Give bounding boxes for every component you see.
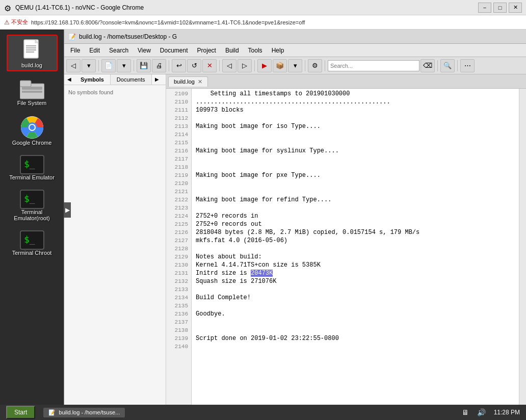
line-number: 2124 (169, 212, 188, 220)
line-number: 2109 (169, 90, 188, 98)
close-button[interactable]: ✕ (509, 3, 522, 13)
toolbar-sep-4 (219, 60, 220, 71)
security-warning: ⚠ 不安全 (4, 18, 28, 26)
chrome-icon (20, 115, 44, 140)
line-number: 2118 (169, 163, 188, 171)
maximize-button[interactable]: □ (493, 3, 507, 13)
toolbar-back-btn[interactable]: ◁ (66, 59, 81, 72)
sidebar-arrow-left[interactable]: ◀ (64, 74, 74, 85)
line-number: 2135 (169, 302, 188, 310)
toolbar-print-btn[interactable]: 🖨 (152, 59, 166, 72)
menu-search[interactable]: Search (105, 46, 133, 55)
menu-edit[interactable]: Edit (85, 46, 104, 55)
line-number: 2112 (169, 114, 188, 122)
line-number: 2139 (169, 334, 188, 343)
toolbar-save-btn[interactable]: 💾 (137, 59, 151, 72)
line-number: 2115 (169, 139, 188, 147)
toolbar-plugin-btn[interactable]: 📦 (273, 59, 287, 72)
status-tab-label: build.log - /home/tsuse... (59, 409, 120, 415)
code-line: mkfs.fat 4.0 (2016-05-06) (196, 237, 515, 245)
code-line (196, 130, 515, 139)
toolbar-sep-1 (98, 60, 99, 71)
code-line (196, 285, 515, 294)
line-number: 2125 (169, 220, 188, 228)
code-content: Setting all timestamps to 201901030000..… (192, 89, 519, 405)
desktop-icon-terminal-root[interactable]: $_ Terminal Emulator(root) (7, 188, 58, 223)
line-number: 2117 (169, 155, 188, 163)
toolbar-undo-btn[interactable]: ↩ (172, 59, 186, 72)
toolbar-new-btn[interactable]: 📄 (101, 59, 116, 72)
document-tab[interactable]: build.log ✕ (168, 76, 208, 87)
code-line: Making boot image for iso Type.... (196, 122, 515, 130)
minimize-button[interactable]: − (478, 3, 491, 13)
toolbar-sep-3 (169, 60, 169, 71)
toolbar-open-dropdown-btn[interactable]: ▾ (117, 59, 131, 72)
menu-view[interactable]: View (134, 46, 155, 55)
desktop-icon-label: build.log (21, 62, 42, 68)
toolbar-extra-btn[interactable]: ⋯ (460, 59, 475, 72)
line-number: 2132 (169, 277, 188, 285)
toolbar-run-btn[interactable]: ▶ (257, 59, 272, 72)
menu-build[interactable]: Build (221, 46, 243, 55)
desktop-icon-chrome[interactable]: Google Chrome (7, 113, 58, 148)
address-bar: ⚠ 不安全 https://192.168.170.6:8006/?consol… (0, 15, 526, 30)
toolbar-reload-btn[interactable]: ↺ (187, 59, 201, 72)
line-number: 2116 (169, 147, 188, 155)
sidebar-toggle[interactable]: ▶ (64, 202, 71, 218)
code-line: 2818048 bytes (2.8 MB, 2.7 MiB) copied, … (196, 228, 515, 237)
code-line: Kernel 4.14.71TS+con size is 5385K (196, 261, 515, 269)
status-tab-item[interactable]: 📝 build.log - /home/tsuse... (43, 408, 125, 417)
menu-help[interactable]: Help (268, 46, 288, 55)
line-number: 2127 (169, 237, 188, 245)
line-number: 2119 (169, 171, 188, 179)
window-title: QEMU (1.41-TC6.1) - noVNC - Google Chrom… (15, 4, 478, 11)
start-button[interactable]: Start (6, 406, 35, 419)
tab-close-button[interactable]: ✕ (198, 78, 202, 85)
menu-tools[interactable]: Tools (244, 46, 267, 55)
desktop-icon-build-log[interactable]: build.log (7, 35, 58, 71)
terminal-chroot-icon: $_ (20, 230, 44, 250)
sidebar-tab-symbols[interactable]: Symbols (74, 74, 111, 85)
code-line: Making boot image for syslinux Type.... (196, 147, 515, 155)
toolbar-nav-back-btn[interactable]: ◁ (222, 59, 236, 72)
line-number: 2128 (169, 245, 188, 253)
scrollbar[interactable] (519, 89, 526, 405)
code-line: 2752+0 records in (196, 212, 515, 220)
desktop-icon-filesystem[interactable]: File System (7, 76, 58, 108)
toolbar-clear-btn[interactable]: ⌫ (420, 59, 435, 72)
code-line: Script done on 2019-01-02 23:22:55-0800 (196, 334, 515, 343)
warning-icon: ⚠ (4, 19, 10, 26)
code-area[interactable]: 2109211021112112211321142115211621172118… (166, 89, 526, 405)
code-line (196, 318, 515, 326)
line-number: 2133 (169, 285, 188, 294)
status-bar: Start 📝 build.log - /home/tsuse... 🖥 🔊 1… (0, 405, 526, 420)
code-line (196, 163, 515, 171)
url-text[interactable]: https://192.168.170.6:8006/?console=kvm&… (31, 19, 522, 25)
highlighted-text: 20473K (251, 270, 273, 277)
toolbar-settings-btn[interactable]: ⚙ (308, 59, 322, 72)
toolbar-stop-btn[interactable]: ✕ (202, 59, 217, 72)
sidebar-tab-documents[interactable]: Documents (111, 74, 152, 85)
desktop-icon-terminal-chroot[interactable]: $_ Terminal Chroot (7, 228, 58, 258)
network-icon: 🖥 (462, 408, 469, 416)
desktop-icon-label: Terminal Emulator (9, 174, 55, 180)
line-number: 2130 (169, 261, 188, 269)
menu-file[interactable]: File (66, 46, 84, 55)
line-number: 2134 (169, 294, 188, 302)
code-line (196, 179, 515, 188)
code-line: Squash size is 271076K (196, 277, 515, 285)
toolbar-nav-fwd-btn[interactable]: ▷ (238, 59, 252, 72)
search-input[interactable] (328, 60, 419, 71)
code-line: Goodbye. (196, 310, 515, 318)
svg-text:$_: $_ (24, 234, 35, 245)
sidebar-arrow-right[interactable]: ▶ (152, 74, 162, 85)
toolbar-search-btn[interactable]: 🔍 (440, 59, 455, 72)
sidebar-content: No symbols found (64, 85, 166, 99)
desktop-icon-terminal[interactable]: $_ Terminal Emulator (7, 153, 58, 182)
menu-document[interactable]: Document (156, 46, 192, 55)
toolbar-dropdown-btn[interactable]: ▾ (82, 59, 96, 72)
terminal-icon: $_ (20, 155, 44, 174)
toolbar-plugin-dropdown-btn[interactable]: ▾ (288, 59, 302, 72)
menu-project[interactable]: Project (193, 46, 220, 55)
line-number: 2122 (169, 196, 188, 204)
